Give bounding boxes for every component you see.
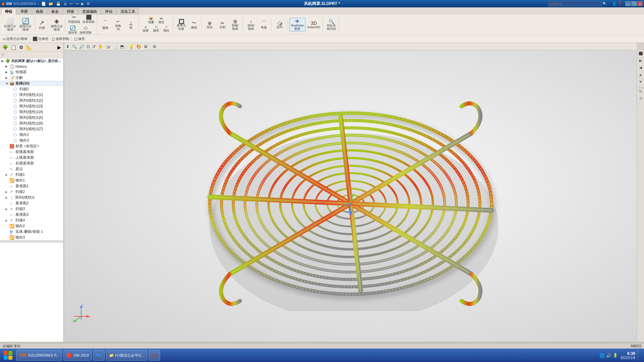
toolbar-redo-icon[interactable]: ↪ <box>75 2 79 6</box>
intersect-button[interactable]: ⋈相交 <box>156 16 166 25</box>
taskbar-solidworks[interactable]: SW SOLIDWORKS P... <box>16 350 62 361</box>
tree-item-sensor[interactable]: ▶ 📡 传感器 <box>0 69 63 75</box>
taskbar-sw2019[interactable]: 🔴 SW 2019 <box>63 350 92 361</box>
view-top-icon[interactable]: ▲ <box>638 73 644 79</box>
tree-item-origin[interactable]: ✛ 原点 <box>0 166 63 172</box>
extrude-cut2-button[interactable]: ⬛拉伸切 <box>31 36 50 42</box>
tree-root-item[interactable]: ▶ 🌳 风机网罩 (默认<<默认>_显示状态 1>) <box>0 58 63 64</box>
shell2-button[interactable]: ◻抽壳 <box>73 36 86 42</box>
search-input[interactable] <box>548 1 602 6</box>
toolbar-options-icon[interactable]: ⚙ <box>86 2 91 6</box>
tree-item-mirror1[interactable]: 🔁 镜向1 <box>0 177 63 183</box>
tree-item-front-plane[interactable]: ▭ 前视基准面 <box>0 149 63 155</box>
orient-arrow-icon[interactable]: ⬇ <box>65 44 70 49</box>
extrude-cut-button[interactable]: ⬛拉伸切除 <box>82 15 96 24</box>
tree-item-mirror2-main[interactable]: 🔁 镜向2 <box>0 223 63 229</box>
config-manager-icon[interactable]: ⚙ <box>18 44 24 50</box>
scene-icon[interactable]: 🖥 <box>143 44 149 49</box>
tree-item-top-plane[interactable]: ▭ 上视基准面 <box>0 155 63 160</box>
rotate-icon[interactable]: ↺ <box>91 44 97 49</box>
tab-weld[interactable]: 焊接 <box>63 8 78 15</box>
curves-button[interactable]: 〜 曲线 <box>188 19 200 30</box>
sweep-button[interactable]: ↗ 扫描 <box>36 19 48 31</box>
move-copy-button[interactable]: ↕ 移动/制体 <box>245 18 257 32</box>
loft-cut-button[interactable]: ◇放样切制 <box>79 25 93 35</box>
3d-viewport[interactable]: X Z Y <box>64 50 637 343</box>
zoom-icon[interactable]: 🔍 <box>71 44 78 49</box>
split-button[interactable]: ✂ 分割 <box>216 20 229 30</box>
taskbar-folder[interactable]: 📁 H:\微信公众号\1... <box>106 350 147 361</box>
network-icon[interactable]: 🌐 <box>599 353 605 358</box>
tree-item-history[interactable]: ▶ 📋 History <box>0 64 63 69</box>
toolbar-print-icon[interactable]: 🖨 <box>63 2 68 6</box>
tree-item-mirror3-main[interactable]: 🔁 镜向3 <box>0 235 63 240</box>
start-button[interactable] <box>1 349 15 361</box>
view-front-icon[interactable]: ▶ <box>638 59 644 65</box>
feature-manager-icon[interactable]: 🌳 <box>1 44 9 50</box>
tab-surface[interactable]: 曲面 <box>32 8 47 15</box>
search-icon[interactable]: 🔍 <box>602 2 607 6</box>
flex-button[interactable]: 🎲 压凹 <box>274 20 286 30</box>
tab-direct-edit[interactable]: 直接编辑 <box>79 8 101 15</box>
restore-button[interactable]: ❐ <box>631 1 637 6</box>
extrude-boss-button[interactable]: ⬜ 拉伸凸台/基体 <box>3 17 17 32</box>
tree-item-array1-4[interactable]: ⬡ 阵列(线性)1[4] <box>0 109 63 115</box>
tree-item-plane2[interactable]: ▭ 基准面2 <box>0 200 63 206</box>
tab-render[interactable]: 渲染工具 <box>117 8 139 15</box>
tree-item-sweep2-main[interactable]: ▶ ↗ 扫描2 <box>0 189 63 195</box>
tab-sheet-metal[interactable]: 钣金 <box>48 8 62 15</box>
minimize-button[interactable]: — <box>625 1 631 6</box>
edge-flange-button[interactable]: ▱边界凸台/基体 <box>1 36 29 42</box>
show-desktop-button[interactable] <box>638 349 640 361</box>
toolbar-open-icon[interactable]: 📂 <box>48 2 54 6</box>
view-back-icon[interactable]: ◀ <box>638 66 644 72</box>
rib-button[interactable]: ⊥ 筋 <box>125 19 137 30</box>
tree-item-sweep4[interactable]: ▶ ↗ 扫描4 <box>0 217 63 223</box>
tree-item-array1-3[interactable]: ⬡ 阵列(线性)1[3] <box>0 103 63 109</box>
user-icon[interactable]: 👤 <box>612 1 617 6</box>
toolbar-undo-icon[interactable]: ↩ <box>69 2 73 6</box>
tree-item-sweep3[interactable]: ▶ ↗ 扫描3 <box>0 206 63 212</box>
tree-item-solid-bodies[interactable]: ▼ 📦 实体(10) <box>0 81 63 86</box>
property-manager-icon[interactable]: 📋 <box>10 44 17 50</box>
tree-item-mirror2-sub[interactable]: ⬡ 镜向2 <box>0 132 63 138</box>
tab-feature[interactable]: 特征 <box>1 8 16 15</box>
revolve-boss-button[interactable]: 🔄 旋转凸台/基体 <box>18 17 33 32</box>
toolbar-rebuild-icon[interactable]: ▶ <box>81 2 85 6</box>
zoom-fit-icon[interactable]: ⊡ <box>86 44 91 49</box>
view-bottom-icon[interactable]: ▼ <box>638 80 644 86</box>
tree-item-array1-5[interactable]: ⬡ 阵列(线性)1[5] <box>0 115 63 120</box>
tree-item-mirror3-sub[interactable]: ⬡ 镜向3 <box>0 138 63 143</box>
tab-sketch[interactable]: 草图 <box>17 8 32 15</box>
combine-button[interactable]: ⊕ 组合 <box>204 20 216 30</box>
toolbar-new-icon[interactable]: 📄 <box>41 2 47 6</box>
tree-item-material[interactable]: 🧱 材质 <未指定> <box>0 143 63 149</box>
help-icon[interactable]: ❓ <box>617 1 623 6</box>
tree-item-array1-1[interactable]: ⬡ 阵列(线性)1[1] <box>0 92 63 98</box>
volume-icon[interactable]: 🔊 <box>606 353 611 358</box>
tree-item-array1-2[interactable]: ⬡ 阵列(线性)1[2] <box>0 98 63 103</box>
wrap-button[interactable]: 📦包覆 <box>146 16 156 25</box>
3d-view-icon[interactable]: 🎲 <box>104 44 111 49</box>
feature-recog-button[interactable]: 🔍 特征名称识别 <box>325 18 337 32</box>
collapse-icon[interactable]: ▶ <box>56 44 62 50</box>
tree-item-annotation[interactable]: ▶ 📝 注解 <box>0 75 63 81</box>
tree-item-plane3[interactable]: ▭ 基准面3 <box>0 212 63 217</box>
loft-button[interactable]: ◈ 放样凸台/基体 <box>49 17 65 32</box>
taskbar-photoshop[interactable]: Ps <box>93 350 105 361</box>
tree-item-plane1[interactable]: ▭ 基准面1 <box>0 183 63 189</box>
taskbar-oc[interactable]: OC <box>149 350 160 361</box>
section-view-icon[interactable]: ⬒ <box>119 44 125 49</box>
shell-button[interactable]: ◻抽壳 <box>151 25 161 33</box>
tree-item-delete-body[interactable]: 🗑 实体-删除/保留 1 <box>0 229 63 235</box>
clock[interactable]: 6:39 2022/11/8 <box>621 351 636 360</box>
sweep-cut-button[interactable]: ✂扫描切除 <box>67 15 81 24</box>
battery-icon[interactable]: 🔋 <box>613 353 618 358</box>
boundary-cut-button[interactable]: ◻放样切制 <box>50 36 70 42</box>
lights-icon[interactable]: 💡 <box>128 44 135 49</box>
tree-item-sweep2[interactable]: ⬡ 扫描2 <box>0 86 63 92</box>
sidebar-hscroll[interactable] <box>0 240 63 243</box>
tree-item-sweep1[interactable]: ▶ ↗ 扫描1 <box>0 172 63 177</box>
tree-item-linear-array[interactable]: ▶ ⋮ 阵列(线性)1 <box>0 195 63 200</box>
pan-icon[interactable]: ✋ <box>97 44 104 49</box>
